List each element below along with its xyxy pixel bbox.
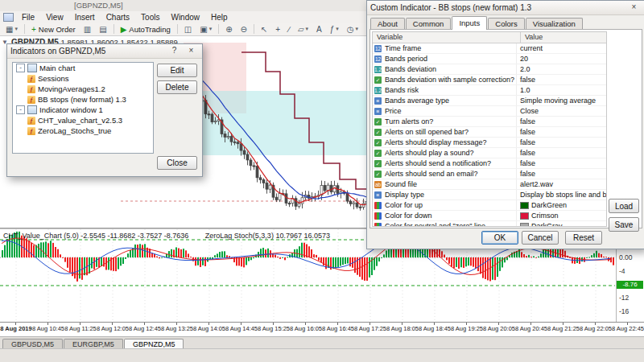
tree-item-main-chart[interactable]: -Main chart	[13, 63, 153, 73]
param-value-cell[interactable]: false	[516, 117, 606, 126]
tab-about[interactable]: About	[370, 18, 405, 30]
param-row[interactable]: Color for neutral and "zero" lineDarkGra…	[373, 221, 606, 227]
indicators-dialog-titlebar[interactable]: Indicators on GBPNZD,M5 ? ×	[7, 44, 202, 59]
param-value-cell[interactable]: Simple moving average	[516, 96, 606, 105]
param-value-cell[interactable]: 1.0	[516, 85, 606, 95]
profiles-button-dropdown-icon[interactable]: ▾	[209, 26, 213, 32]
param-row[interactable]: ≡Bands average typeSimple moving average	[373, 96, 606, 106]
crosshair-button[interactable]: +	[272, 23, 283, 35]
close-icon[interactable]: ×	[184, 45, 199, 57]
param-row[interactable]: ✓Turn alerts on?false	[373, 117, 606, 127]
indicators-dialog: Indicators on GBPNZD,M5 ? × -Main chartƒ…	[6, 43, 203, 177]
tree-item-indicator-window-1[interactable]: -Indicator window 1	[13, 105, 153, 115]
param-value-cell[interactable]: false	[516, 75, 606, 84]
param-value-cell[interactable]: Close	[516, 106, 606, 116]
trendline-button[interactable]: ∕	[285, 23, 293, 35]
ok-button[interactable]: OK	[481, 231, 518, 245]
tile-windows-button[interactable]: ◫	[181, 23, 195, 35]
param-row[interactable]: ✓Alerts should send a notification?false	[373, 158, 606, 169]
shapes-button[interactable]: ▱▾	[295, 23, 312, 35]
text-button[interactable]: A	[313, 23, 325, 35]
param-value-cell[interactable]: current	[516, 43, 606, 53]
param-row[interactable]: 12Bands period20	[373, 54, 606, 64]
indicators-button[interactable]: ƒ▾	[327, 23, 342, 35]
menu-insert[interactable]: Insert	[69, 13, 101, 22]
menu-tools[interactable]: Tools	[135, 13, 165, 22]
param-row[interactable]: 1.2Bands risk1.0	[373, 85, 606, 96]
reset-button[interactable]: Reset	[565, 231, 602, 245]
tree-item-bb-stops-new-format-1-3[interactable]: ƒBB stops (new format) 1.3	[13, 94, 153, 105]
param-row[interactable]: 12Time framecurrent	[373, 43, 606, 54]
param-value-cell[interactable]: false	[516, 169, 606, 179]
zoom-in-button[interactable]: ⊕	[222, 23, 235, 35]
chart-candles-button[interactable]: ▤	[96, 23, 109, 35]
collapse-icon[interactable]: -	[16, 64, 25, 72]
new-chart-button[interactable]: ▦▾	[2, 23, 21, 35]
close-button[interactable]: Close	[157, 156, 197, 170]
param-row[interactable]: ✓Alerts should send an email?false	[373, 169, 606, 179]
param-value-cell[interactable]: false	[516, 158, 606, 168]
param-row[interactable]: ✓Alerts should play a sound?false	[373, 148, 606, 158]
menu-window[interactable]: Window	[165, 13, 205, 22]
load-button[interactable]: Load	[609, 199, 639, 213]
tree-item-movingaverages1-2[interactable]: ƒMovingAverages1.2	[13, 84, 153, 94]
param-variable-label: Color for up	[385, 201, 423, 210]
shapes-button-dropdown-icon[interactable]: ▾	[306, 26, 309, 32]
param-row[interactable]: ≡PriceClose	[373, 106, 606, 117]
custom-indicator-titlebar[interactable]: Custom Indicator - BB stops (new format)…	[367, 1, 644, 15]
edit-button[interactable]: Edit	[157, 64, 197, 77]
collapse-icon[interactable]: -	[16, 105, 25, 114]
autotrading-button[interactable]: ▶AutoTrading	[118, 23, 174, 35]
profiles-button[interactable]: ▣▾	[196, 23, 215, 35]
tree-item-zerolag-stochs-true[interactable]: ƒZeroLag_Stochs_true	[13, 125, 153, 136]
param-value-cell[interactable]: DarkGray	[516, 221, 606, 227]
timeframes-button-dropdown-icon[interactable]: ▾	[356, 26, 359, 32]
menu-help[interactable]: Help	[205, 13, 233, 22]
close-icon[interactable]: ×	[626, 2, 642, 14]
tree-item-cht-value-chart-v2-5-3[interactable]: ƒCHT_value_chart_v2.5.3	[13, 115, 153, 125]
tree-item-sessions[interactable]: ƒSessions	[13, 73, 153, 84]
tab-colors[interactable]: Colors	[488, 18, 524, 30]
save-button[interactable]: Save	[609, 217, 639, 232]
menu-charts[interactable]: Charts	[101, 13, 135, 22]
param-row[interactable]: Color for downCrimson	[373, 211, 606, 221]
param-value-cell[interactable]: false	[516, 138, 606, 147]
chart-bars-button[interactable]: ▥	[80, 23, 94, 35]
tab-inputs[interactable]: Inputs	[452, 16, 487, 30]
param-value-cell[interactable]: 2.0	[516, 64, 606, 74]
double-type-icon: 1.2	[374, 87, 382, 94]
param-row[interactable]: ✓Bands deviation with sample correction?…	[373, 75, 606, 85]
param-value-cell[interactable]: Crimson	[516, 211, 606, 220]
cursor-button[interactable]: ↖	[258, 23, 270, 35]
time-axis[interactable]: 8 Aug 20198 Aug 10:458 Aug 11:258 Aug 12…	[0, 322, 644, 337]
indicator-status-line: CHT_Value_Chart (5.0) -2.5545 -11.8682 -…	[3, 232, 330, 240]
zoom-out-button[interactable]: ⊖	[237, 23, 250, 35]
param-row[interactable]: abSound filealert2.wav	[373, 179, 606, 190]
tree-item-label: MovingAverages1.2	[38, 84, 105, 93]
menu-file[interactable]: File	[16, 13, 40, 22]
delete-button[interactable]: Delete	[157, 80, 197, 94]
param-variable-label: Time frame	[385, 44, 421, 53]
cancel-button[interactable]: Cancel	[522, 231, 559, 245]
param-row[interactable]: ✓Alerts on still opened bar?false	[373, 127, 606, 138]
param-value-cell[interactable]: Display bb stops line and bars	[516, 190, 606, 200]
param-row[interactable]: ✓Alerts should display message?false	[373, 138, 606, 148]
param-value: 1.0	[520, 86, 530, 95]
new-order-button[interactable]: +New Order	[28, 23, 79, 35]
indicators-button-dropdown-icon[interactable]: ▾	[336, 26, 339, 32]
help-icon[interactable]: ?	[167, 45, 182, 57]
new-order-button-label: New Order	[39, 25, 76, 34]
new-chart-button-dropdown-icon[interactable]: ▾	[14, 26, 18, 32]
param-value-cell[interactable]: 20	[516, 54, 606, 64]
param-value-cell[interactable]: false	[516, 148, 606, 158]
tab-common[interactable]: Common	[406, 18, 452, 30]
param-value-cell[interactable]: false	[516, 127, 606, 137]
param-value-cell[interactable]: alert2.wav	[516, 179, 606, 189]
tab-visualization[interactable]: Visualization	[526, 18, 583, 30]
param-value-cell[interactable]: DarkGreen	[516, 200, 606, 210]
param-row[interactable]: 1.2Bands deviation2.0	[373, 64, 606, 75]
param-row[interactable]: Color for upDarkGreen	[373, 200, 606, 211]
menu-view[interactable]: View	[40, 13, 69, 22]
timeframes-button[interactable]: ◷▾	[344, 23, 361, 35]
param-row[interactable]: ≡Display typeDisplay bb stops line and b…	[373, 190, 606, 200]
